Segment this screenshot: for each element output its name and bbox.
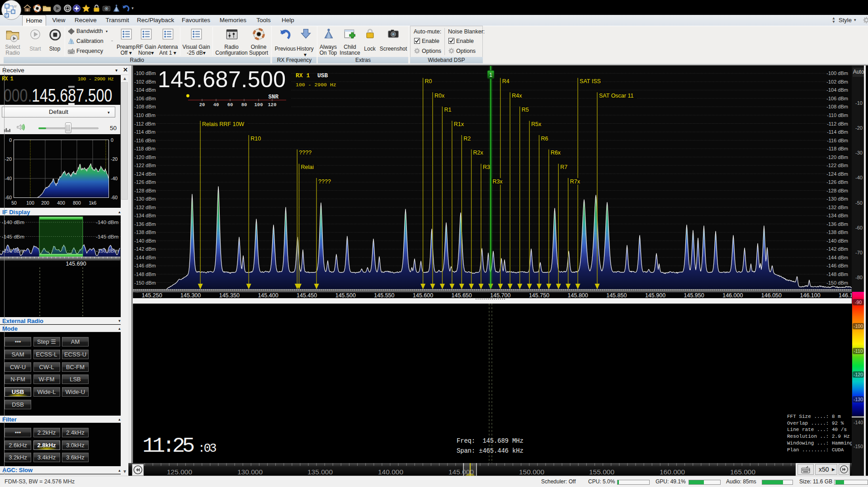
svg-text:SAT ISS: SAT ISS — [580, 78, 601, 84]
svg-text:40: 40 — [213, 102, 219, 108]
svg-text:-102 dBm: -102 dBm — [826, 79, 848, 84]
svg-text:-114 dBm: -114 dBm — [134, 129, 156, 135]
svg-text:-124 dBm: -124 dBm — [826, 171, 848, 177]
svg-text:-112 dBm: -112 dBm — [134, 121, 156, 126]
svg-text:120: 120 — [268, 102, 277, 108]
svg-text:146.150: 146.150 — [839, 292, 852, 298]
svg-text:R2: R2 — [463, 136, 471, 142]
svg-text:145.690: 145.690 — [66, 261, 86, 267]
svg-text:-106 dBm: -106 dBm — [134, 96, 156, 101]
svg-text:-110 dBm: -110 dBm — [827, 112, 848, 118]
svg-text:-132 dBm: -132 dBm — [826, 205, 848, 210]
svg-text:-120 dBm: -120 dBm — [826, 155, 848, 160]
svg-text:-108 dBm: -108 dBm — [134, 104, 156, 109]
svg-text:145.700: 145.700 — [490, 292, 510, 298]
svg-text:145.800: 145.800 — [568, 292, 588, 298]
svg-text:Relais RRF 10W: Relais RRF 10W — [202, 121, 244, 127]
svg-text:????: ???? — [318, 178, 331, 185]
svg-text:800: 800 — [73, 200, 81, 206]
svg-text:145.250: 145.250 — [142, 292, 162, 298]
svg-text:-150 dBm: -150 dBm — [2, 248, 24, 253]
svg-text:100: 100 — [255, 102, 263, 108]
svg-text:R7x: R7x — [570, 178, 580, 185]
svg-text:-146 dBm: -146 dBm — [134, 263, 156, 268]
svg-text:-136 dBm: -136 dBm — [134, 221, 156, 227]
svg-text:1: 1 — [489, 72, 492, 78]
svg-text:146.000: 146.000 — [722, 292, 743, 298]
svg-text:-20: -20 — [5, 156, 12, 162]
svg-text:-110 dBm: -110 dBm — [134, 112, 156, 118]
svg-text:-112 dBm: -112 dBm — [827, 121, 848, 126]
svg-text:-108 dBm: -108 dBm — [826, 104, 848, 109]
svg-text:R6: R6 — [541, 136, 548, 142]
svg-text:-142 dBm: -142 dBm — [134, 246, 156, 252]
svg-text:100: 100 — [26, 200, 34, 206]
svg-text:-60: -60 — [5, 195, 12, 200]
svg-text:-132 dBm: -132 dBm — [134, 205, 156, 210]
svg-text:145.900: 145.900 — [645, 292, 665, 298]
svg-text:-124 dBm: -124 dBm — [134, 171, 156, 177]
svg-text:-144 dBm: -144 dBm — [826, 255, 848, 260]
svg-text:400: 400 — [57, 200, 65, 206]
svg-text:-140 dBm: -140 dBm — [96, 220, 118, 225]
svg-text:-136 dBm: -136 dBm — [826, 221, 848, 227]
svg-text:-145 dBm: -145 dBm — [2, 234, 24, 239]
svg-text:1k6: 1k6 — [89, 200, 97, 206]
svg-text:-118 dBm: -118 dBm — [134, 146, 156, 151]
svg-text:-116 dBm: -116 dBm — [827, 138, 848, 143]
svg-text:-138 dBm: -138 dBm — [134, 229, 156, 235]
svg-text:145.500: 145.500 — [335, 292, 356, 298]
svg-text:-40: -40 — [111, 176, 118, 181]
svg-text:????: ???? — [299, 150, 311, 156]
svg-text:145.450: 145.450 — [297, 292, 317, 298]
svg-text:-128 dBm: -128 dBm — [826, 188, 848, 193]
svg-text:-145 dBm: -145 dBm — [96, 234, 118, 239]
svg-text:R5x: R5x — [531, 121, 542, 127]
svg-text:-100 dBm: -100 dBm — [134, 70, 156, 76]
svg-text:-126 dBm: -126 dBm — [826, 179, 848, 185]
svg-text:80: 80 — [241, 102, 247, 108]
svg-text:R3: R3 — [483, 164, 490, 170]
svg-text:Relai: Relai — [301, 164, 314, 170]
svg-text:-122 dBm: -122 dBm — [826, 163, 848, 168]
svg-text:-134 dBm: -134 dBm — [134, 213, 156, 218]
svg-text:R0: R0 — [425, 78, 432, 84]
svg-text:R0x: R0x — [434, 93, 445, 99]
svg-text:R2x: R2x — [473, 150, 484, 156]
svg-text:-140 dBm: -140 dBm — [2, 220, 24, 225]
svg-text:145.550: 145.550 — [374, 292, 394, 298]
svg-text:-148 dBm: -148 dBm — [826, 272, 848, 277]
svg-text:-102 dBm: -102 dBm — [134, 79, 156, 84]
svg-text:-106 dBm: -106 dBm — [826, 96, 848, 101]
svg-text:R7: R7 — [560, 164, 567, 170]
svg-text:146.050: 146.050 — [761, 292, 782, 298]
svg-text:145.400: 145.400 — [258, 292, 278, 298]
svg-text:145.650: 145.650 — [452, 292, 472, 298]
svg-text:-140 dBm: -140 dBm — [826, 238, 848, 244]
svg-text:-100 dBm: -100 dBm — [826, 70, 848, 76]
svg-text:-126 dBm: -126 dBm — [134, 179, 156, 185]
svg-text:-150 dBm: -150 dBm — [826, 280, 848, 286]
svg-text:SNR: SNR — [268, 94, 278, 100]
svg-text:145.300: 145.300 — [180, 292, 201, 298]
svg-text:200: 200 — [41, 200, 49, 206]
svg-text:R6x: R6x — [551, 150, 561, 156]
svg-text:-104 dBm: -104 dBm — [826, 87, 848, 93]
svg-text:20: 20 — [199, 102, 205, 108]
svg-text:-118 dBm: -118 dBm — [827, 146, 848, 151]
svg-text:-148 dBm: -148 dBm — [134, 272, 156, 277]
svg-text:000.145.687.500: 000.145.687.500 — [4, 85, 112, 105]
svg-text:R3x: R3x — [492, 178, 503, 185]
svg-text:50: 50 — [11, 200, 17, 206]
svg-text:-116 dBm: -116 dBm — [134, 138, 156, 143]
svg-text:USB: USB — [317, 72, 328, 79]
svg-text:-146 dBm: -146 dBm — [826, 263, 848, 268]
svg-text:-120 dBm: -120 dBm — [134, 155, 156, 160]
svg-text:146.100: 146.100 — [800, 292, 821, 298]
svg-text:60: 60 — [227, 102, 233, 108]
svg-text:-20: -20 — [111, 156, 118, 162]
svg-text:-114 dBm: -114 dBm — [827, 129, 848, 135]
svg-text:-138 dBm: -138 dBm — [826, 229, 848, 235]
svg-text:-144 dBm: -144 dBm — [134, 255, 156, 260]
svg-text:R4: R4 — [502, 78, 509, 84]
